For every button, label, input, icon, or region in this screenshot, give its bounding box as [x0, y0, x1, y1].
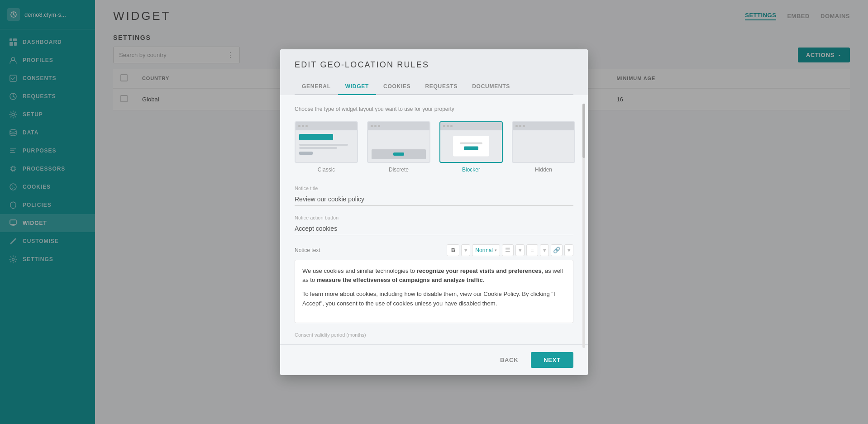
notice-text-area[interactable]: We use cookies and similar technologies … [295, 260, 573, 323]
editor-label: Notice text [295, 247, 320, 253]
modal-title: EDIT GEO-LOCATION RULES [295, 60, 573, 70]
modal-body: Choose the type of widget layout you wan… [280, 95, 588, 344]
layout-preview-hidden [512, 121, 575, 163]
layout-option-blocker[interactable]: Blocker [439, 121, 503, 173]
modal-tab-cookies[interactable]: COOKIES [376, 79, 418, 95]
layout-preview-classic [295, 121, 358, 163]
back-button[interactable]: BACK [493, 352, 525, 368]
modal-header: EDIT GEO-LOCATION RULES GENERAL WIDGET C… [280, 49, 588, 95]
bold-dropdown[interactable]: ▾ [461, 244, 470, 256]
consent-validity-input[interactable] [295, 339, 573, 344]
notice-action-field: Notice action button [295, 215, 573, 235]
modal-tab-documents[interactable]: DOCUMENTS [465, 79, 517, 95]
layout-label-hidden: Hidden [535, 167, 552, 173]
layout-preview-blocker [439, 121, 503, 163]
modal-dialog: EDIT GEO-LOCATION RULES GENERAL WIDGET C… [280, 49, 588, 375]
consent-validity-field: Consent validity period (months) [295, 332, 573, 344]
modal-tab-widget[interactable]: WIDGET [338, 79, 376, 95]
layout-label-classic: Classic [318, 167, 335, 173]
notice-title-field: Notice title [295, 186, 573, 206]
modal-subtitle: Choose the type of widget layout you wan… [295, 106, 573, 112]
layout-label-discrete: Discrete [389, 167, 409, 173]
notice-text-editor: Notice text B ▾ Normal ▾ ☰ ▾ ≡ ▾ 🔗 ▾ [295, 244, 573, 323]
notice-action-input[interactable] [295, 222, 573, 235]
list-button[interactable]: ☰ [502, 244, 514, 256]
link-button[interactable]: 🔗 [551, 244, 563, 256]
more-button[interactable]: ▾ [564, 244, 573, 256]
notice-title-label: Notice title [295, 186, 573, 191]
layout-label-blocker: Blocker [462, 167, 480, 173]
modal-tab-general[interactable]: GENERAL [295, 79, 338, 95]
align-button[interactable]: ≡ [526, 244, 538, 256]
list-dropdown[interactable]: ▾ [515, 244, 525, 256]
widget-layout-selector: Classic Discrete [295, 121, 573, 173]
format-select[interactable]: Normal ▾ [472, 244, 500, 256]
notice-title-input[interactable] [295, 193, 573, 206]
layout-option-discrete[interactable]: Discrete [367, 121, 430, 173]
layout-option-hidden[interactable]: Hidden [512, 121, 575, 173]
align-dropdown[interactable]: ▾ [540, 244, 549, 256]
bold-button[interactable]: B [447, 244, 459, 256]
editor-controls: B ▾ Normal ▾ ☰ ▾ ≡ ▾ 🔗 ▾ [447, 244, 573, 256]
consent-validity-label: Consent validity period (months) [295, 332, 573, 338]
modal-overlay: EDIT GEO-LOCATION RULES GENERAL WIDGET C… [0, 0, 868, 424]
modal-scrollbar[interactable] [582, 104, 585, 348]
modal-footer: BACK NEXT [280, 344, 588, 375]
notice-action-label: Notice action button [295, 215, 573, 220]
layout-preview-discrete [367, 121, 430, 163]
next-button[interactable]: NEXT [531, 352, 573, 368]
editor-toolbar: Notice text B ▾ Normal ▾ ☰ ▾ ≡ ▾ 🔗 ▾ [295, 244, 573, 256]
layout-option-classic[interactable]: Classic [295, 121, 358, 173]
modal-scrollbar-thumb [582, 104, 585, 158]
modal-tabs: GENERAL WIDGET COOKIES REQUESTS DOCUMENT… [295, 79, 573, 95]
modal-tab-requests[interactable]: REQUESTS [418, 79, 465, 95]
format-dropdown-arrow: ▾ [495, 248, 497, 252]
